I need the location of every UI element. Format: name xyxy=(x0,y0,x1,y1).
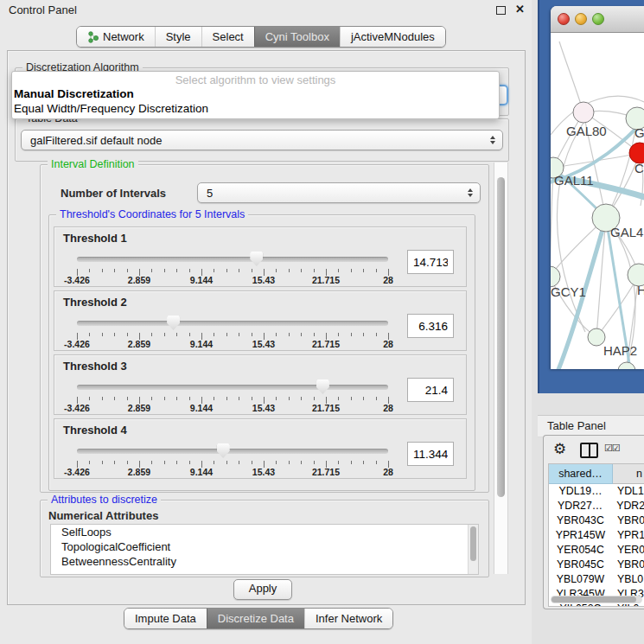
attribute-list-item[interactable]: BetweennessCentrality xyxy=(51,554,478,569)
network-window: GAL80 GA C GAL11 GAL4 GCY1 H HAP2 xyxy=(551,6,644,369)
content-scrollbar[interactable] xyxy=(494,163,508,574)
cell-name[interactable]: YDL1 xyxy=(613,484,644,499)
algorithm-option-manual[interactable]: Manual Discretization xyxy=(14,86,499,101)
slider-tick xyxy=(164,269,165,272)
threshold-slider[interactable]: -3.4262.8599.14415.4321.71528 xyxy=(77,250,388,284)
zoom-traffic-light-icon[interactable] xyxy=(592,13,604,25)
threshold-row-2: Threshold 2-3.4262.8599.14415.4321.71528 xyxy=(54,290,467,351)
table-row[interactable]: YBR043CYBR0 xyxy=(549,513,644,528)
threshold-value-field[interactable] xyxy=(407,314,454,338)
tab-cyni-toolbox[interactable]: Cyni Toolbox xyxy=(254,27,340,47)
slider-tick xyxy=(289,461,290,464)
close-icon[interactable]: ✕ xyxy=(515,3,525,16)
combo-arrows-icon xyxy=(468,188,473,197)
slider-tick xyxy=(314,269,315,272)
table-row[interactable]: YER054CYER0 xyxy=(549,543,644,558)
tab-network[interactable]: Network xyxy=(77,27,155,47)
table-panel-title: Table Panel xyxy=(547,419,606,432)
number-of-intervals-label: Number of Intervals xyxy=(61,187,166,200)
cell-name[interactable]: YBR0 xyxy=(613,558,644,572)
threshold-slider[interactable]: -3.4262.8599.14415.4321.71528 xyxy=(77,378,388,412)
content-scrollbar-thumb[interactable] xyxy=(497,177,505,497)
slider-tick-label: 2.859 xyxy=(128,275,150,285)
node-attribute-table[interactable]: shared… n YDL19…YDL1YDR27…YDR2YBR043CYBR… xyxy=(548,463,644,607)
threshold-slider[interactable]: -3.4262.8599.14415.4321.71528 xyxy=(77,442,388,476)
slider-tick-label: 28 xyxy=(383,403,393,413)
slider-track[interactable] xyxy=(77,449,388,454)
attribute-list-item[interactable]: TopologicalCoefficient xyxy=(51,539,478,554)
threshold-value-field[interactable] xyxy=(407,442,454,466)
cell-name[interactable]: YPR1 xyxy=(613,528,644,543)
cell-name[interactable]: YER0 xyxy=(613,543,644,558)
threshold-label: Threshold 4 xyxy=(63,424,459,437)
cell-name[interactable]: YBR0 xyxy=(613,513,644,528)
bottom-tab-impute-data[interactable]: Impute Data xyxy=(124,609,207,628)
table-row[interactable]: YDR27…YDR2 xyxy=(549,499,644,513)
slider-thumb[interactable] xyxy=(250,252,263,266)
slider-tick xyxy=(338,397,339,400)
close-traffic-light-icon[interactable] xyxy=(558,13,570,25)
number-of-intervals-combo[interactable]: 5 xyxy=(197,182,481,203)
bottom-tab-discretize-data[interactable]: Discretize Data xyxy=(207,609,304,628)
table-horizontal-scrollbar[interactable] xyxy=(551,596,642,603)
apply-button[interactable]: Apply xyxy=(233,579,292,600)
cell-shared-name[interactable]: YDL19… xyxy=(549,484,613,499)
network-window-titlebar[interactable] xyxy=(551,6,644,33)
slider-tick xyxy=(376,269,377,272)
slider-tick xyxy=(102,461,103,464)
table-row[interactable]: YBR045CYBR0 xyxy=(549,558,644,572)
slider-tick-label: 2.859 xyxy=(128,403,150,413)
cell-name[interactable]: YDR2 xyxy=(612,499,644,513)
slider-track[interactable] xyxy=(77,385,388,390)
table-data-combo-value: galFiltered.sif default node xyxy=(30,134,162,147)
cell-shared-name[interactable]: YBR043C xyxy=(549,513,613,528)
slider-track[interactable] xyxy=(77,257,388,262)
node-label: GCY1 xyxy=(551,284,586,299)
slider-tick xyxy=(189,333,190,336)
slider-tick-label: -3.426 xyxy=(64,467,90,477)
attributes-scrollbar[interactable] xyxy=(468,525,478,574)
tab-jactivemnodules[interactable]: jActiveMNodules xyxy=(340,27,445,47)
slider-thumb[interactable] xyxy=(217,443,230,458)
tab-label: Style xyxy=(166,30,191,43)
cell-shared-name[interactable]: YBR045C xyxy=(549,558,613,572)
slider-tick xyxy=(363,333,364,336)
threshold-slider[interactable]: -3.4262.8599.14415.4321.71528 xyxy=(77,314,388,348)
numerical-attributes-list[interactable]: SelfLoopsTopologicalCoefficientBetweenne… xyxy=(50,524,479,575)
table-row[interactable]: YBL079WYBL0 xyxy=(549,572,644,587)
cell-shared-name[interactable]: YBL079W xyxy=(549,572,613,587)
threshold-value-field[interactable] xyxy=(407,378,454,402)
network-canvas[interactable]: GAL80 GA C GAL11 GAL4 GCY1 H HAP2 xyxy=(551,33,644,369)
split-columns-icon[interactable] xyxy=(580,443,598,458)
select-columns-checkbox-icon[interactable]: ☑☑ xyxy=(604,443,620,454)
gear-icon[interactable]: ⚙ xyxy=(553,440,566,458)
float-window-icon[interactable] xyxy=(496,6,506,15)
cell-shared-name[interactable]: YDR27… xyxy=(549,499,612,513)
network-node[interactable] xyxy=(588,328,605,346)
bottom-tab-infer-network[interactable]: Infer Network xyxy=(304,609,392,628)
table-row[interactable]: YPR145WYPR1 xyxy=(549,528,644,543)
column-header-shared-name[interactable]: shared… xyxy=(549,464,613,484)
table-row[interactable]: YDL19…YDL1 xyxy=(549,484,644,499)
node-label: H xyxy=(637,283,644,297)
network-node[interactable] xyxy=(618,362,635,369)
attribute-list-item[interactable]: SelfLoops xyxy=(51,525,478,539)
network-node[interactable] xyxy=(573,102,594,123)
slider-track[interactable] xyxy=(77,321,388,326)
column-header-name[interactable]: n xyxy=(613,464,644,484)
slider-thumb[interactable] xyxy=(316,379,329,394)
minimize-traffic-light-icon[interactable] xyxy=(575,13,587,25)
cell-shared-name[interactable]: YER054C xyxy=(549,543,613,558)
algorithm-option-equal-width[interactable]: Equal Width/Frequency Discretization xyxy=(14,101,499,116)
cell-shared-name[interactable]: YPR145W xyxy=(549,528,613,543)
slider-thumb[interactable] xyxy=(167,316,180,330)
threshold-row-4: Threshold 4-3.4262.8599.14415.4321.71528 xyxy=(54,418,467,479)
table-data-combo[interactable]: galFiltered.sif default node xyxy=(21,130,503,150)
interval-definition-group-title: Interval Definition xyxy=(48,158,138,170)
cell-name[interactable]: YBL0 xyxy=(613,572,644,587)
tab-select[interactable]: Select xyxy=(201,27,254,47)
slider-tick xyxy=(102,269,103,272)
node-label: GAL11 xyxy=(554,173,594,188)
tab-style[interactable]: Style xyxy=(155,27,201,47)
threshold-value-field[interactable] xyxy=(407,250,454,274)
